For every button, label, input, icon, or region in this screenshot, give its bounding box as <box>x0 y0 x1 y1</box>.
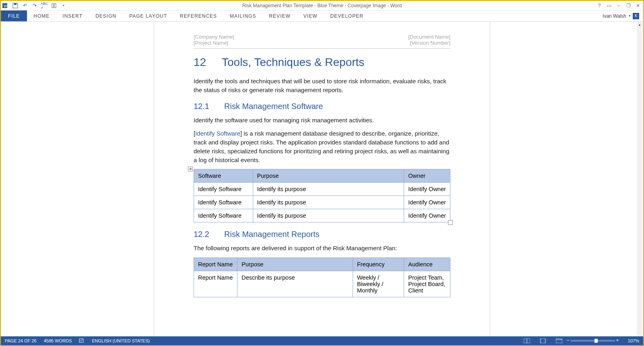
status-words[interactable]: 4586 WORDS <box>44 338 72 343</box>
th-report-name[interactable]: Report Name <box>194 258 237 271</box>
print-layout-icon[interactable] <box>539 338 547 344</box>
th-owner[interactable]: Owner <box>404 169 450 183</box>
ribbon-display-options-icon[interactable]: ▭ <box>606 3 612 8</box>
zoom-in-icon[interactable]: + <box>616 338 619 343</box>
cell[interactable]: Weekly / Biweekly / Monthly <box>353 271 404 297</box>
cell[interactable]: Identify Software <box>194 183 253 196</box>
heading-12-2-number: 12.2 <box>194 230 224 239</box>
cell[interactable]: Identify Owner <box>404 183 450 196</box>
close-icon[interactable]: ✕ <box>635 3 641 8</box>
header-rule <box>194 48 450 49</box>
th-report-purpose[interactable]: Purpose <box>237 258 353 271</box>
tab-references[interactable]: REFERENCES <box>173 10 223 21</box>
status-language[interactable]: ENGLISH (UNITED STATES) <box>92 338 150 343</box>
spelling-icon[interactable]: ABC✓ <box>41 2 47 9</box>
window-controls: ? ▭ – ❐ ✕ <box>597 3 643 8</box>
table-header-row: Software Purpose Owner <box>194 169 450 183</box>
scroll-up-icon[interactable]: ▲ <box>637 22 642 27</box>
heading-12-number: 12 <box>194 56 222 69</box>
cell[interactable]: Describe its purpose <box>237 271 353 297</box>
document-page[interactable]: [Company Name] [Project Name] [Document … <box>154 22 490 336</box>
ribbon-tabs: FILE HOME INSERT DESIGN PAGE LAYOUT REFE… <box>1 10 643 22</box>
cell[interactable]: Project Team, Project Board, Client <box>404 271 450 297</box>
table-row: Identify Software Identify its purpose I… <box>194 209 450 222</box>
tab-file[interactable]: FILE <box>1 10 27 21</box>
table-row: Report Name Describe its purpose Weekly … <box>194 271 450 297</box>
cell[interactable]: Identify Owner <box>404 209 450 222</box>
tab-view[interactable]: VIEW <box>297 10 324 21</box>
undo-icon[interactable]: ↶ <box>22 2 28 9</box>
reports-table[interactable]: Report Name Purpose Frequency Audience R… <box>194 257 450 297</box>
heading-12-2[interactable]: 12.2Risk Management Reports <box>194 230 450 239</box>
tab-page-layout[interactable]: PAGE LAYOUT <box>123 10 173 21</box>
th-purpose[interactable]: Purpose <box>253 169 404 183</box>
redo-icon[interactable]: ↷ <box>31 2 38 9</box>
account-user[interactable]: Ivan Walsh ▾ K <box>603 10 643 21</box>
tab-developer[interactable]: DEVELOPER <box>324 10 369 21</box>
user-dropdown-icon: ▾ <box>629 14 630 18</box>
status-page[interactable]: PAGE 24 OF 26 <box>5 338 37 343</box>
header-company: [Company Name] <box>194 34 234 40</box>
tab-insert[interactable]: INSERT <box>56 10 89 21</box>
zoom-level[interactable]: 107% <box>628 338 639 343</box>
web-layout-icon[interactable] <box>555 338 564 344</box>
tab-review[interactable]: REVIEW <box>262 10 297 21</box>
cell[interactable]: Identify Software <box>194 209 253 222</box>
tab-mailings[interactable]: MAILINGS <box>223 10 262 21</box>
header-docname: [Document Name] <box>408 34 450 40</box>
help-icon[interactable]: ? <box>597 3 602 8</box>
cell[interactable]: Identify its purpose <box>253 196 404 209</box>
heading-12-1[interactable]: 12.1Risk Management Software <box>194 102 450 111</box>
svg-rect-5 <box>54 4 56 8</box>
status-bar: PAGE 24 OF 26 4586 WORDS ENGLISH (UNITED… <box>1 336 643 345</box>
read-mode-icon[interactable] <box>522 338 531 344</box>
cell[interactable]: Identify its purpose <box>253 183 404 196</box>
minimize-icon[interactable]: – <box>616 3 621 8</box>
doc-header: [Company Name] [Project Name] [Document … <box>194 34 450 46</box>
quick-access-toolbar: W ↶ ↷ ABC✓ ▾ <box>1 2 67 9</box>
qat-dropdown-icon[interactable]: ▾ <box>60 2 67 9</box>
heading-12-1-number: 12.1 <box>194 102 224 111</box>
table-row: Identify Software Identify its purpose I… <box>194 183 450 196</box>
touch-mode-icon[interactable] <box>51 2 57 9</box>
tab-home[interactable]: HOME <box>27 10 56 21</box>
title-bar: W ↶ ↷ ABC✓ ▾ Risk Management Plan Templa… <box>1 1 643 10</box>
zoom-thumb[interactable] <box>594 339 598 343</box>
table-resize-handle-icon[interactable] <box>448 220 453 225</box>
table-move-handle-icon[interactable]: ✥ <box>188 167 193 171</box>
document-area[interactable]: ▲ [Company Name] [Project Name] [Documen… <box>1 22 643 336</box>
th-frequency[interactable]: Frequency <box>353 258 404 271</box>
zoom-slider[interactable]: − + <box>571 340 615 342</box>
cell[interactable]: Report Name <box>194 271 237 297</box>
vertical-scrollbar[interactable]: ▲ <box>637 22 642 336</box>
paragraph-software-desc[interactable]: [Identify Software] is a risk management… <box>194 129 450 164</box>
user-badge: K <box>633 13 639 19</box>
svg-rect-9 <box>541 338 545 343</box>
heading-12[interactable]: 12Tools, Techniques & Reports <box>194 56 450 69</box>
svg-rect-4 <box>52 4 54 8</box>
heading-12-text: Tools, Techniques & Reports <box>222 56 364 68</box>
save-icon[interactable] <box>12 2 19 9</box>
window-title: Risk Management Plan Template - Blue The… <box>242 3 402 8</box>
tab-design[interactable]: DESIGN <box>89 10 123 21</box>
restore-icon[interactable]: ❐ <box>625 3 631 8</box>
reports-table-wrap: Report Name Purpose Frequency Audience R… <box>194 257 450 297</box>
cell[interactable]: Identify its purpose <box>253 209 404 222</box>
svg-rect-3 <box>14 3 17 5</box>
svg-rect-10 <box>556 338 562 343</box>
table-row: Identify Software Identify its purpose I… <box>194 196 450 209</box>
zoom-out-icon[interactable]: − <box>567 338 570 343</box>
th-software[interactable]: Software <box>194 169 253 183</box>
paragraph-reports-intro[interactable]: The following reports are delivered in s… <box>194 244 450 253</box>
proofing-icon[interactable] <box>79 338 85 344</box>
identify-software-link[interactable]: Identify Software <box>195 130 240 137</box>
cell[interactable]: Identify Owner <box>404 196 450 209</box>
th-audience[interactable]: Audience <box>404 258 450 271</box>
software-table[interactable]: Software Purpose Owner Identify Software… <box>194 169 450 222</box>
paragraph-software-intro[interactable]: Identify the software used for managing … <box>194 116 450 125</box>
user-name: Ivan Walsh <box>603 13 626 19</box>
paragraph-intro[interactable]: Identify the tools and techniques that w… <box>194 77 450 95</box>
svg-text:W: W <box>4 4 7 8</box>
cell[interactable]: Identify Software <box>194 196 253 209</box>
software-table-wrap: ✥ Software Purpose Owner Identify Softwa… <box>194 169 450 222</box>
